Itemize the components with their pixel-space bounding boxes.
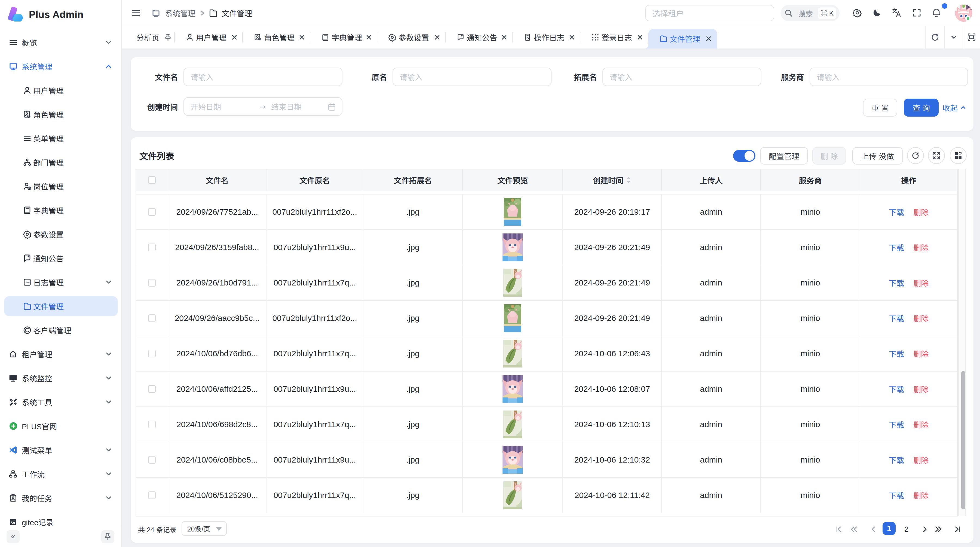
svg-text:DEV: DEV: [25, 281, 30, 284]
